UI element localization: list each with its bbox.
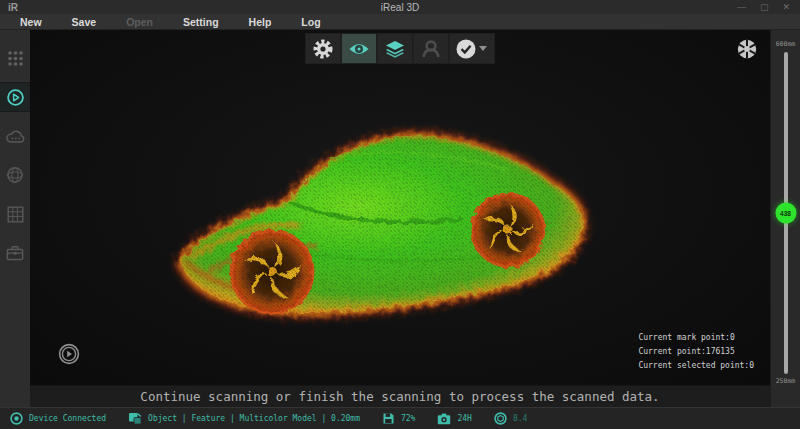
status-framerate: 8.4	[494, 412, 527, 425]
scan-hint-text: Continue scanning or finish the scanning…	[140, 389, 659, 404]
cloud-icon	[6, 129, 25, 144]
slider-value: 438	[780, 210, 791, 217]
sidebar-item-scan[interactable]	[0, 83, 30, 111]
distance-slider-handle[interactable]: 438	[775, 203, 796, 224]
close-button[interactable]: ✕	[782, 0, 790, 14]
layers-button[interactable]	[378, 34, 412, 63]
sidebar-item-modules[interactable]	[0, 44, 30, 72]
aperture-icon	[736, 38, 758, 60]
main-column: Current mark point:0 Current point:17613…	[30, 30, 770, 407]
settings-button[interactable]	[306, 34, 340, 63]
capture-button[interactable]	[736, 38, 758, 60]
stat-selected-points: Current selected point:0	[638, 359, 754, 373]
title-bar: iR iReal 3D — ▢ ✕	[0, 0, 800, 14]
mesh-sphere-icon	[6, 166, 24, 184]
slider-min-label: 250mm	[771, 377, 800, 385]
toolbox-icon	[6, 245, 24, 261]
sidebar-item-toolbox[interactable]	[0, 239, 30, 267]
camera-icon	[437, 413, 451, 425]
status-bar: Device Connected Object | Feature | Mult…	[0, 407, 800, 429]
menu-bar: New Save Open Setting Help Log	[0, 14, 800, 30]
app-grid-icon	[7, 50, 24, 67]
status-device: Device Connected	[10, 412, 106, 425]
gear-icon	[312, 38, 334, 60]
package-icon	[128, 412, 142, 425]
stat-current-points: Current point:176135	[638, 345, 754, 359]
window-controls: — ▢ ✕	[737, 0, 800, 14]
menu-new[interactable]: New	[20, 16, 42, 28]
status-device-text: Device Connected	[29, 414, 106, 423]
menu-help[interactable]: Help	[249, 16, 272, 28]
menu-open: Open	[126, 16, 153, 28]
status-scan-mode-text: Object | Feature | Multicolor Model | 0.…	[148, 414, 360, 423]
device-status-icon	[10, 412, 23, 425]
play-circle-icon	[58, 343, 80, 365]
person-icon	[421, 39, 441, 59]
user-mode-button[interactable]	[414, 34, 448, 63]
sidebar-item-cloud[interactable]	[0, 122, 30, 150]
aperture-small-icon	[494, 412, 507, 425]
eye-icon	[348, 41, 370, 57]
status-disk: 72%	[382, 412, 415, 425]
chevron-down-icon[interactable]	[479, 46, 487, 51]
sidebar-item-mesh[interactable]	[0, 161, 30, 189]
window-title: iReal 3D	[0, 2, 800, 13]
grid-table-icon	[7, 206, 24, 223]
status-camera-text: 24H	[457, 414, 471, 423]
left-sidebar	[0, 30, 30, 407]
layers-icon	[384, 40, 406, 58]
menu-setting[interactable]: Setting	[183, 16, 219, 28]
visibility-button[interactable]	[342, 34, 376, 63]
message-bar: Continue scanning or finish the scanning…	[30, 385, 770, 407]
status-disk-text: 72%	[401, 414, 415, 423]
menu-save[interactable]: Save	[72, 16, 97, 28]
status-camera: 24H	[437, 413, 471, 425]
replay-button[interactable]	[58, 343, 80, 365]
viewport-3d[interactable]: Current mark point:0 Current point:17613…	[30, 30, 770, 385]
status-framerate-text: 8.4	[513, 414, 527, 423]
check-circle-icon	[455, 38, 477, 60]
stat-mark-points: Current mark point:0	[638, 331, 754, 345]
scan-icon	[6, 88, 25, 107]
ireal3d-window: iR iReal 3D — ▢ ✕ New Save Open Setting …	[0, 0, 800, 429]
menu-log[interactable]: Log	[301, 16, 320, 28]
sidebar-item-grid[interactable]	[0, 200, 30, 228]
slider-max-label: 600mm	[771, 40, 800, 48]
maximize-button[interactable]: ▢	[760, 0, 769, 14]
confirm-button[interactable]	[450, 34, 494, 63]
disk-icon	[382, 412, 395, 425]
distance-slider-panel: 600mm 438 250mm	[770, 30, 800, 407]
view-toolbar	[305, 33, 495, 64]
content-area: Current mark point:0 Current point:17613…	[0, 30, 800, 407]
scan-statistics: Current mark point:0 Current point:17613…	[638, 331, 754, 373]
status-scan-mode: Object | Feature | Multicolor Model | 0.…	[128, 412, 360, 425]
minimize-button[interactable]: —	[737, 0, 746, 14]
